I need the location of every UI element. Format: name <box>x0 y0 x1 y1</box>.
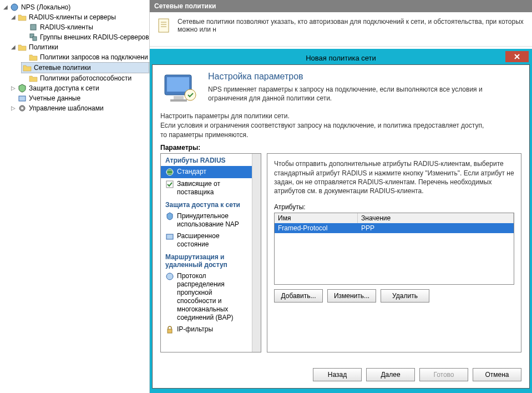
svg-rect-7 <box>159 19 169 32</box>
cat-bap[interactable]: Протокол распределения пропускной способ… <box>161 270 252 324</box>
svg-rect-21 <box>166 234 173 239</box>
close-button[interactable] <box>505 51 529 62</box>
tree-templates[interactable]: ▷ Управление шаблонами <box>0 103 149 113</box>
dialog-titlebar[interactable]: Новая политика сети <box>152 51 530 64</box>
back-button[interactable]: Назад <box>313 368 362 381</box>
svg-point-6 <box>21 107 23 109</box>
expand-icon[interactable]: ▷ <box>10 85 17 92</box>
svg-rect-14 <box>167 77 189 92</box>
svg-point-18 <box>166 169 173 175</box>
cat-label: Стандарт <box>177 168 206 176</box>
cat-nap-enforce[interactable]: Принудительное использование NAP <box>161 210 252 230</box>
tree-policy-health[interactable]: Политики работоспособности <box>0 73 149 83</box>
shield-icon <box>165 212 174 221</box>
dialog-window: Новая политика сети Настройка параметров… <box>150 49 532 393</box>
cat-label: Расширенное состояние <box>177 232 249 249</box>
gear-icon <box>18 104 27 113</box>
cat-label: Принудительное использование NAP <box>177 212 249 229</box>
cat-label: IP-фильтры <box>177 325 213 334</box>
collapse-icon[interactable]: ◢ <box>10 44 17 51</box>
wizard-footer: Назад Далее Готово Отмена <box>160 352 521 381</box>
table-row[interactable]: Framed-Protocol PPP <box>275 223 514 233</box>
tree-root-nps[interactable]: ◢ NPS (Локально) <box>0 2 149 12</box>
col-value[interactable]: Значение <box>358 213 514 223</box>
tree-radius-ext-groups[interactable]: Группы внешних RADIUS-серверов <box>0 32 149 42</box>
wizard-title: Настройка параметров <box>208 72 521 82</box>
cat-vendor[interactable]: Зависящие от поставщика <box>161 178 252 198</box>
svg-point-17 <box>185 89 196 100</box>
lock-icon <box>165 325 174 334</box>
next-button[interactable]: Далее <box>366 368 415 381</box>
shield-icon <box>18 84 27 93</box>
svg-rect-4 <box>19 96 26 101</box>
detail-description: Чтобы отправить дополнительные атрибуты … <box>274 159 514 195</box>
svg-rect-1 <box>31 24 36 30</box>
content-header: Сетевые политики <box>150 0 532 12</box>
svg-rect-16 <box>170 99 187 102</box>
cancel-button[interactable]: Отмена <box>473 368 521 381</box>
collapse-icon[interactable]: ◢ <box>10 14 17 21</box>
policy-icon <box>156 18 172 33</box>
server-icon <box>29 23 38 32</box>
cell-name: Framed-Protocol <box>275 223 358 233</box>
description-text: Сетевые политики позволяют указать, кто … <box>178 18 525 33</box>
tree-panel: ◢ NPS (Локально) ◢ RADIUS-клиенты и серв… <box>0 0 150 393</box>
tree-label: Политики запросов на подключени <box>40 53 148 62</box>
attributes-table[interactable]: Имя Значение Framed-Protocol PPP <box>274 213 514 285</box>
tree-label: Управление шаблонами <box>29 104 104 113</box>
cat-ip-filters[interactable]: IP-фильтры <box>161 324 252 336</box>
edit-button[interactable]: Изменить... <box>327 289 376 303</box>
cat-standard[interactable]: Стандарт <box>161 166 252 178</box>
tree-label: Учетные данные <box>29 94 80 103</box>
cat-label: Зависящие от поставщика <box>177 180 249 196</box>
tree-label: Группы внешних RADIUS-серверов <box>40 33 149 42</box>
content-panel: Сетевые политики Сетевые политики позвол… <box>150 0 532 393</box>
delete-button[interactable]: Удалить <box>381 289 429 303</box>
add-button[interactable]: Добавить... <box>274 289 323 303</box>
svg-rect-15 <box>174 96 184 99</box>
scrollbar[interactable] <box>252 154 261 352</box>
svg-point-22 <box>166 273 173 280</box>
settings-categories: Атрибуты RADIUS Стандарт Зависящие от по… <box>160 153 261 352</box>
cat-ext-state[interactable]: Расширенное состояние <box>161 230 252 250</box>
globe-icon <box>165 272 174 281</box>
nps-icon <box>10 3 19 12</box>
folder-icon <box>18 43 27 52</box>
expand-icon[interactable]: ▷ <box>10 105 17 112</box>
tree-policy-conn[interactable]: Политики запросов на подключени <box>0 52 149 62</box>
tree-label: NPS (Локально) <box>21 3 70 12</box>
settings-detail: Чтобы отправить дополнительные атрибуты … <box>267 153 521 352</box>
globe-icon <box>165 168 174 177</box>
dialog-title: Новая политика сети <box>152 54 530 62</box>
section-nap: Защита доступа к сети <box>161 198 252 210</box>
section-routing: Маршрутизация и удаленный доступ <box>161 250 252 270</box>
tree-accounting[interactable]: Учетные данные <box>0 93 149 103</box>
tree-label: Политики работоспособности <box>40 74 131 83</box>
params-label: Параметры: <box>160 144 521 152</box>
tree-nap[interactable]: ▷ Защита доступа к сети <box>0 83 149 93</box>
folder-icon <box>18 13 27 22</box>
monitor-icon <box>160 72 199 105</box>
tree-policy-net[interactable]: Сетевые политики <box>21 62 149 73</box>
cell-value: PPP <box>358 223 514 233</box>
check-icon <box>165 180 174 189</box>
svg-rect-20 <box>166 181 173 188</box>
tree-policies[interactable]: ◢ Политики <box>0 42 149 52</box>
section-radius: Атрибуты RADIUS <box>161 154 252 166</box>
tree-label: Сетевые политики <box>34 63 91 72</box>
tree-radius-clients[interactable]: RADIUS-клиенты <box>0 22 149 32</box>
svg-rect-3 <box>33 37 37 41</box>
close-icon <box>514 53 520 60</box>
tree-label: Защита доступа к сети <box>29 84 99 93</box>
col-name[interactable]: Имя <box>275 213 358 223</box>
collapse-icon[interactable]: ◢ <box>2 4 9 11</box>
attributes-label: Атрибуты: <box>274 203 514 211</box>
table-header: Имя Значение <box>275 213 514 223</box>
tree-radius-group[interactable]: ◢ RADIUS-клиенты и серверы <box>0 12 149 22</box>
tree-label: RADIUS-клиенты <box>40 23 93 32</box>
svg-rect-23 <box>168 329 172 333</box>
finish-button[interactable]: Готово <box>419 368 468 381</box>
state-icon <box>165 232 174 241</box>
description-bar: Сетевые политики позволяют указать, кто … <box>150 12 532 47</box>
folder-icon <box>29 53 38 62</box>
